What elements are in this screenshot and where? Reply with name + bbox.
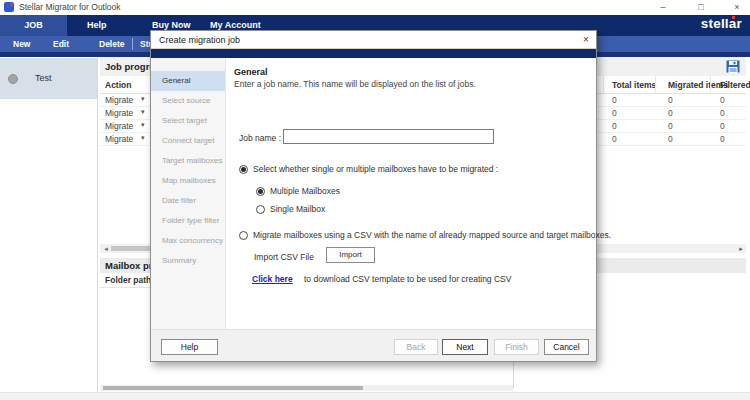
- dialog-accent-strip: [151, 49, 596, 58]
- multiple-mailboxes-radio[interactable]: [256, 187, 265, 196]
- nav-step-select-source[interactable]: Select source: [151, 91, 225, 111]
- section-description: Enter a job name. This name will be disp…: [234, 79, 476, 89]
- migrated-cell: 0: [668, 95, 673, 105]
- toolbar-separator: [132, 38, 133, 50]
- migrated-cell: 0: [668, 108, 673, 118]
- total-cell: 0: [612, 134, 617, 144]
- mailbox-hscrollbar[interactable]: [100, 385, 513, 391]
- job-name-input[interactable]: [283, 129, 494, 144]
- column-total-items: Total items: [612, 80, 656, 90]
- finish-button[interactable]: Finish: [494, 339, 539, 355]
- delete-button[interactable]: Delete: [99, 38, 125, 50]
- migrated-cell: 0: [668, 121, 673, 131]
- action-cell: Migrate: [105, 95, 133, 105]
- next-button[interactable]: Next: [442, 339, 488, 355]
- total-cell: 0: [612, 95, 617, 105]
- csv-template-link-suffix: to download CSV template to be used for …: [304, 274, 511, 284]
- column-migrated-items: Migrated items: [668, 80, 728, 90]
- nav-step-general[interactable]: General: [151, 71, 225, 91]
- scroll-right-icon[interactable]: ▸: [736, 244, 746, 253]
- stellar-logo: stellar: [701, 16, 742, 31]
- dialog-step-nav: General Select source Select target Conn…: [151, 58, 226, 329]
- column-folder-path: Folder path: [105, 275, 151, 285]
- nav-step-select-target[interactable]: Select target: [151, 111, 225, 131]
- dialog-content: General Enter a job name. This name will…: [226, 58, 596, 329]
- mode-radio[interactable]: [239, 165, 248, 174]
- total-cell: 0: [612, 121, 617, 131]
- single-mailbox-radio[interactable]: [256, 205, 265, 214]
- create-migration-job-dialog: Create migration job × General Select so…: [150, 30, 597, 362]
- column-action: Action: [105, 80, 131, 90]
- window-title: Stellar Migrator for Outlook: [19, 2, 121, 12]
- stellar-logo-dot: [732, 16, 735, 19]
- csv-template-link[interactable]: Click here: [252, 274, 293, 284]
- status-bar: [0, 392, 750, 400]
- total-cell: 0: [612, 108, 617, 118]
- filtered-cell: 0: [720, 134, 725, 144]
- filtered-cell: 0: [720, 95, 725, 105]
- job-list-sidebar: Test: [0, 57, 98, 392]
- dialog-titlebar: Create migration job ×: [151, 31, 596, 49]
- app-logo-icon: [4, 2, 14, 12]
- back-button[interactable]: Back: [394, 339, 438, 355]
- scrollbar-thumb[interactable]: [103, 386, 363, 390]
- chevron-down-icon[interactable]: ▾: [141, 108, 145, 116]
- action-cell: Migrate: [105, 121, 133, 131]
- dialog-close-icon[interactable]: ×: [579, 33, 593, 47]
- mode-radio-label: Select whether single or multiple mailbo…: [253, 164, 498, 174]
- nav-step-summary[interactable]: Summary: [151, 251, 225, 271]
- nav-step-max-concurrency[interactable]: Max concurrency: [151, 231, 225, 251]
- action-cell: Migrate: [105, 108, 133, 118]
- section-heading: General: [234, 67, 268, 77]
- multiple-mailboxes-label: Multiple Mailboxes: [270, 186, 340, 196]
- csv-migrate-radio[interactable]: [239, 231, 248, 240]
- close-icon[interactable]: ×: [730, 1, 744, 13]
- new-button[interactable]: New: [13, 38, 30, 50]
- sidebar-item-test[interactable]: Test: [0, 58, 97, 99]
- dialog-footer: Help Back Next Finish Cancel: [151, 329, 596, 361]
- nav-step-folder-type-filter[interactable]: Folder type filter: [151, 211, 225, 231]
- save-report-icon[interactable]: [726, 60, 740, 73]
- nav-step-target-mailboxes[interactable]: Target mailboxes: [151, 151, 225, 171]
- help-button[interactable]: Help: [161, 339, 218, 355]
- filtered-cell: 0: [720, 108, 725, 118]
- sidebar-item-label: Test: [35, 73, 52, 83]
- tab-job[interactable]: JOB: [0, 15, 67, 36]
- column-filtered-items: Filtered i: [720, 80, 750, 90]
- migrated-cell: 0: [668, 134, 673, 144]
- import-button[interactable]: Import: [326, 247, 375, 263]
- action-cell: Migrate: [105, 134, 133, 144]
- nav-step-date-filter[interactable]: Date filter: [151, 191, 225, 211]
- job-status-dot-icon: [8, 74, 18, 84]
- nav-step-map-mailboxes[interactable]: Map mailboxes: [151, 171, 225, 191]
- minimize-icon[interactable]: –: [656, 1, 670, 13]
- app-window: Stellar Migrator for Outlook – □ × JOB H…: [0, 0, 750, 400]
- filtered-cell: 0: [720, 121, 725, 131]
- job-name-label: Job name :: [239, 133, 281, 143]
- chevron-down-icon[interactable]: ▾: [141, 121, 145, 129]
- dialog-title: Create migration job: [159, 35, 240, 45]
- chevron-down-icon[interactable]: ▾: [141, 95, 145, 103]
- tab-help[interactable]: Help: [87, 15, 107, 36]
- import-csv-label: Import CSV File: [254, 252, 314, 262]
- single-mailbox-label: Single Mailbox: [270, 204, 325, 214]
- cancel-button[interactable]: Cancel: [544, 339, 589, 355]
- chevron-down-icon[interactable]: ▾: [141, 134, 145, 142]
- scroll-left-icon[interactable]: ◂: [101, 244, 111, 253]
- csv-migrate-label: Migrate mailboxes using a CSV with the n…: [253, 230, 611, 240]
- maximize-icon[interactable]: □: [694, 1, 708, 13]
- window-titlebar: Stellar Migrator for Outlook – □ ×: [0, 0, 750, 15]
- nav-step-connect-target[interactable]: Connect target: [151, 131, 225, 151]
- edit-button[interactable]: Edit: [53, 38, 69, 50]
